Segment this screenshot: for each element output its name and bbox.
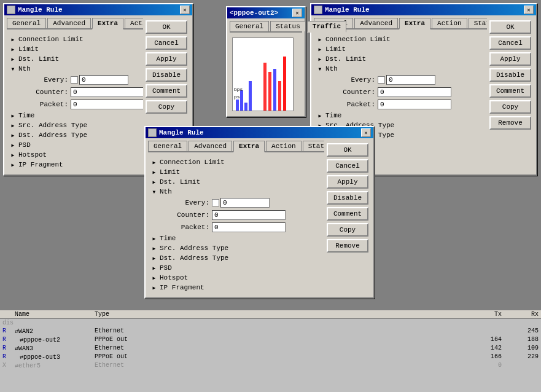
tab-extra-3[interactable]: Extra xyxy=(233,141,265,152)
arrow-dst-limit-1[interactable]: ▶ xyxy=(9,55,17,63)
arrow-hotspot-3[interactable]: ▶ xyxy=(150,274,158,281)
apply-button-1[interactable]: Apply xyxy=(146,52,187,66)
copy-button-3[interactable]: Copy xyxy=(327,223,368,237)
label-src-addr-3: Src. Address Type xyxy=(160,245,228,252)
tab-action-2[interactable]: Action xyxy=(432,18,467,28)
arrow-dst-addr-1[interactable]: ▶ xyxy=(9,131,17,139)
mangle-titlebar-2[interactable]: Mangle Rule ✕ xyxy=(311,4,536,15)
arrow-connection-limit-3[interactable]: ▶ xyxy=(150,159,158,166)
every-input-1[interactable] xyxy=(79,75,128,85)
packet-label-3: Packet: xyxy=(173,224,209,231)
disable-button-1[interactable]: Disable xyxy=(146,68,187,82)
taskbar-row-pppoe2[interactable]: R ⇄pppoe-out2 PPPoE out 164 188 xyxy=(0,335,541,344)
taskbar-row-wan2[interactable]: R ⇄WAN2 Ethernet 245 xyxy=(0,327,541,335)
tab-advanced-3[interactable]: Advanced xyxy=(189,141,232,151)
cancel-button-2[interactable]: Cancel xyxy=(489,36,531,50)
arrow-src-addr-3[interactable]: ▶ xyxy=(150,245,158,252)
arrow-connection-limit-2[interactable]: ▶ xyxy=(316,36,324,43)
taskbar-row-pppoe3[interactable]: R ⇄pppoe-out3 PPPoE out 166 229 xyxy=(0,353,541,361)
counter-input-2[interactable] xyxy=(378,87,451,97)
comment-button-1[interactable]: Comment xyxy=(146,84,187,98)
arrow-dst-limit-2[interactable]: ▶ xyxy=(316,55,324,63)
tab-statistics-2[interactable]: Statistics xyxy=(469,18,487,28)
comment-button-3[interactable]: Comment xyxy=(327,207,368,221)
tab-traffic-pppoe[interactable]: Traffic xyxy=(307,21,346,33)
section-connection-limit-1: ▶ Connection Limit xyxy=(9,34,141,44)
counter-label-3: Counter: xyxy=(173,211,209,219)
every-input-2[interactable] xyxy=(386,75,435,85)
remove-button-2[interactable]: Remove xyxy=(489,116,531,130)
arrow-src-addr-1[interactable]: ▶ xyxy=(9,122,17,129)
arrow-time-1[interactable]: ▶ xyxy=(9,112,17,119)
tab-advanced-2[interactable]: Advanced xyxy=(354,18,398,28)
packet-input-3[interactable] xyxy=(212,222,286,232)
arrow-dst-addr-3[interactable]: ▶ xyxy=(150,254,158,262)
svg-rect-1 xyxy=(240,90,243,111)
arrow-time-2[interactable]: ▶ xyxy=(316,112,324,119)
tab-statistics-3[interactable]: Statistics xyxy=(303,141,324,151)
every-label-1: Every: xyxy=(31,76,68,84)
close-button-3[interactable]: ✕ xyxy=(361,128,371,137)
arrow-nth-3[interactable]: ▼ xyxy=(150,188,158,195)
packet-input-2[interactable] xyxy=(378,100,451,109)
every-checkbox-3[interactable] xyxy=(212,199,219,206)
ok-button-1[interactable]: OK xyxy=(146,20,187,34)
close-button-1[interactable]: ✕ xyxy=(180,6,190,14)
tab-advanced-1[interactable]: Advanced xyxy=(47,18,91,28)
every-input-3[interactable] xyxy=(220,198,270,208)
remove-button-3[interactable]: Remove xyxy=(327,239,368,253)
section-time-1: ▶ Time xyxy=(9,111,141,120)
arrow-connection-limit-1[interactable]: ▶ xyxy=(9,36,17,43)
tabs-3: General Advanced Extra Action Statistics xyxy=(148,141,324,152)
apply-button-3[interactable]: Apply xyxy=(327,175,368,189)
tab-extra-1[interactable]: Extra xyxy=(92,18,123,29)
taskbar-row-dis: dis xyxy=(0,319,541,327)
tab-general-pppoe[interactable]: General xyxy=(230,21,269,31)
label-limit-3: Limit xyxy=(160,168,180,176)
disable-button-2[interactable]: Disable xyxy=(489,68,531,82)
cancel-button-1[interactable]: Cancel xyxy=(146,36,187,50)
label-dst-limit-2: Dst. Limit xyxy=(325,55,366,63)
arrow-nth-1[interactable]: ▼ xyxy=(9,65,17,73)
every-checkbox-2[interactable] xyxy=(378,76,385,84)
section-src-addr-1: ▶ Src. Address Type xyxy=(9,120,141,130)
pppoe-titlebar[interactable]: <pppoe-out2> ✕ xyxy=(227,7,305,18)
arrow-time-3[interactable]: ▶ xyxy=(150,235,158,242)
close-button-pppoe[interactable]: ✕ xyxy=(292,9,302,17)
every-checkbox-1[interactable] xyxy=(71,76,78,84)
counter-input-3[interactable] xyxy=(212,210,286,220)
arrow-ip-fragment-1[interactable]: ▶ xyxy=(9,161,17,168)
taskbar-row-wan3[interactable]: R ⇄WAN3 Ethernet 142 109 xyxy=(0,344,541,353)
section-connection-limit-2: ▶ Connection Limit xyxy=(316,34,485,44)
ok-button-2[interactable]: OK xyxy=(489,20,531,34)
tab-action-1[interactable]: Action xyxy=(125,18,143,28)
copy-button-1[interactable]: Copy xyxy=(146,100,187,114)
tab-action-3[interactable]: Action xyxy=(266,141,302,151)
close-button-2[interactable]: ✕ xyxy=(524,6,534,14)
arrow-limit-1[interactable]: ▶ xyxy=(9,45,17,53)
tab-status-pppoe[interactable]: Status xyxy=(270,21,306,31)
arrow-dst-limit-3[interactable]: ▶ xyxy=(150,178,158,186)
cancel-button-3[interactable]: Cancel xyxy=(327,159,368,173)
comment-button-2[interactable]: Comment xyxy=(489,84,531,98)
tab-general-3[interactable]: General xyxy=(148,141,187,151)
mangle-titlebar-1[interactable]: Mangle Rule ✕ xyxy=(4,4,192,15)
taskbar-row-ether5[interactable]: X ⇄ether5 Ethernet 0 xyxy=(0,361,541,370)
tx-ether5: 0 xyxy=(465,362,502,369)
disable-button-3[interactable]: Disable xyxy=(327,191,368,205)
arrow-hotspot-1[interactable]: ▶ xyxy=(9,151,17,159)
arrow-limit-3[interactable]: ▶ xyxy=(150,168,158,176)
arrow-psd-1[interactable]: ▶ xyxy=(9,141,17,149)
ok-button-3[interactable]: OK xyxy=(327,143,368,157)
arrow-limit-2[interactable]: ▶ xyxy=(316,45,324,53)
copy-button-2[interactable]: Copy xyxy=(489,100,531,114)
apply-button-2[interactable]: Apply xyxy=(489,52,531,66)
packet-input-1[interactable] xyxy=(71,100,143,109)
counter-input-1[interactable] xyxy=(71,87,143,97)
arrow-ip-fragment-3[interactable]: ▶ xyxy=(150,284,158,291)
arrow-psd-3[interactable]: ▶ xyxy=(150,264,158,272)
arrow-nth-2[interactable]: ▼ xyxy=(316,65,324,73)
mangle-titlebar-3[interactable]: Mangle Rule ✕ xyxy=(146,127,373,138)
tab-extra-2[interactable]: Extra xyxy=(399,18,430,29)
tab-general-1[interactable]: General xyxy=(7,18,46,28)
